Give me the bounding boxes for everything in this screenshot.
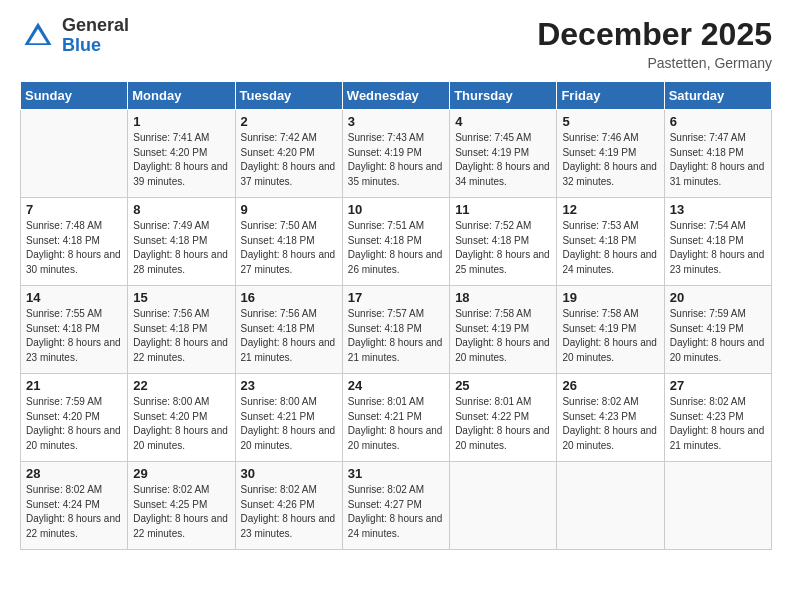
cell-content: Sunrise: 7:57 AMSunset: 4:18 PMDaylight:…	[348, 307, 444, 365]
cell-content: Sunrise: 7:55 AMSunset: 4:18 PMDaylight:…	[26, 307, 122, 365]
calendar-cell: 30Sunrise: 8:02 AMSunset: 4:26 PMDayligh…	[235, 462, 342, 550]
cell-content: Sunrise: 7:50 AMSunset: 4:18 PMDaylight:…	[241, 219, 337, 277]
day-number: 18	[455, 290, 551, 305]
day-number: 16	[241, 290, 337, 305]
weekday-header-saturday: Saturday	[664, 82, 771, 110]
day-number: 17	[348, 290, 444, 305]
cell-content: Sunrise: 7:51 AMSunset: 4:18 PMDaylight:…	[348, 219, 444, 277]
calendar-cell: 1Sunrise: 7:41 AMSunset: 4:20 PMDaylight…	[128, 110, 235, 198]
day-number: 24	[348, 378, 444, 393]
cell-content: Sunrise: 7:59 AMSunset: 4:19 PMDaylight:…	[670, 307, 766, 365]
calendar-cell: 13Sunrise: 7:54 AMSunset: 4:18 PMDayligh…	[664, 198, 771, 286]
cell-content: Sunrise: 7:41 AMSunset: 4:20 PMDaylight:…	[133, 131, 229, 189]
logo-text: General Blue	[62, 16, 129, 56]
calendar-week-row: 28Sunrise: 8:02 AMSunset: 4:24 PMDayligh…	[21, 462, 772, 550]
day-number: 5	[562, 114, 658, 129]
calendar-cell: 20Sunrise: 7:59 AMSunset: 4:19 PMDayligh…	[664, 286, 771, 374]
day-number: 27	[670, 378, 766, 393]
weekday-header-monday: Monday	[128, 82, 235, 110]
day-number: 29	[133, 466, 229, 481]
day-number: 13	[670, 202, 766, 217]
cell-content: Sunrise: 8:02 AMSunset: 4:23 PMDaylight:…	[670, 395, 766, 453]
cell-content: Sunrise: 7:45 AMSunset: 4:19 PMDaylight:…	[455, 131, 551, 189]
calendar-week-row: 21Sunrise: 7:59 AMSunset: 4:20 PMDayligh…	[21, 374, 772, 462]
weekday-header-thursday: Thursday	[450, 82, 557, 110]
calendar-table: SundayMondayTuesdayWednesdayThursdayFrid…	[20, 81, 772, 550]
calendar-cell: 28Sunrise: 8:02 AMSunset: 4:24 PMDayligh…	[21, 462, 128, 550]
calendar-cell: 19Sunrise: 7:58 AMSunset: 4:19 PMDayligh…	[557, 286, 664, 374]
weekday-header-tuesday: Tuesday	[235, 82, 342, 110]
day-number: 11	[455, 202, 551, 217]
cell-content: Sunrise: 7:43 AMSunset: 4:19 PMDaylight:…	[348, 131, 444, 189]
cell-content: Sunrise: 7:48 AMSunset: 4:18 PMDaylight:…	[26, 219, 122, 277]
cell-content: Sunrise: 8:01 AMSunset: 4:22 PMDaylight:…	[455, 395, 551, 453]
day-number: 19	[562, 290, 658, 305]
calendar-cell: 12Sunrise: 7:53 AMSunset: 4:18 PMDayligh…	[557, 198, 664, 286]
day-number: 23	[241, 378, 337, 393]
calendar-cell: 26Sunrise: 8:02 AMSunset: 4:23 PMDayligh…	[557, 374, 664, 462]
calendar-cell	[450, 462, 557, 550]
calendar-cell: 29Sunrise: 8:02 AMSunset: 4:25 PMDayligh…	[128, 462, 235, 550]
calendar-cell	[557, 462, 664, 550]
day-number: 7	[26, 202, 122, 217]
calendar-cell: 14Sunrise: 7:55 AMSunset: 4:18 PMDayligh…	[21, 286, 128, 374]
calendar-cell: 4Sunrise: 7:45 AMSunset: 4:19 PMDaylight…	[450, 110, 557, 198]
weekday-header-row: SundayMondayTuesdayWednesdayThursdayFrid…	[21, 82, 772, 110]
day-number: 10	[348, 202, 444, 217]
cell-content: Sunrise: 8:02 AMSunset: 4:24 PMDaylight:…	[26, 483, 122, 541]
day-number: 21	[26, 378, 122, 393]
day-number: 6	[670, 114, 766, 129]
day-number: 8	[133, 202, 229, 217]
day-number: 2	[241, 114, 337, 129]
cell-content: Sunrise: 7:42 AMSunset: 4:20 PMDaylight:…	[241, 131, 337, 189]
day-number: 22	[133, 378, 229, 393]
month-year: December 2025	[537, 16, 772, 53]
cell-content: Sunrise: 8:02 AMSunset: 4:25 PMDaylight:…	[133, 483, 229, 541]
day-number: 25	[455, 378, 551, 393]
weekday-header-wednesday: Wednesday	[342, 82, 449, 110]
day-number: 1	[133, 114, 229, 129]
calendar-cell: 7Sunrise: 7:48 AMSunset: 4:18 PMDaylight…	[21, 198, 128, 286]
calendar-cell: 5Sunrise: 7:46 AMSunset: 4:19 PMDaylight…	[557, 110, 664, 198]
calendar-cell: 27Sunrise: 8:02 AMSunset: 4:23 PMDayligh…	[664, 374, 771, 462]
calendar-cell: 9Sunrise: 7:50 AMSunset: 4:18 PMDaylight…	[235, 198, 342, 286]
cell-content: Sunrise: 8:01 AMSunset: 4:21 PMDaylight:…	[348, 395, 444, 453]
calendar-cell: 3Sunrise: 7:43 AMSunset: 4:19 PMDaylight…	[342, 110, 449, 198]
calendar-cell: 18Sunrise: 7:58 AMSunset: 4:19 PMDayligh…	[450, 286, 557, 374]
page-header: General Blue December 2025 Pastetten, Ge…	[20, 16, 772, 71]
cell-content: Sunrise: 8:00 AMSunset: 4:20 PMDaylight:…	[133, 395, 229, 453]
calendar-cell: 16Sunrise: 7:56 AMSunset: 4:18 PMDayligh…	[235, 286, 342, 374]
calendar-cell: 24Sunrise: 8:01 AMSunset: 4:21 PMDayligh…	[342, 374, 449, 462]
calendar-cell: 8Sunrise: 7:49 AMSunset: 4:18 PMDaylight…	[128, 198, 235, 286]
weekday-header-friday: Friday	[557, 82, 664, 110]
calendar-cell: 23Sunrise: 8:00 AMSunset: 4:21 PMDayligh…	[235, 374, 342, 462]
day-number: 9	[241, 202, 337, 217]
calendar-cell: 17Sunrise: 7:57 AMSunset: 4:18 PMDayligh…	[342, 286, 449, 374]
logo: General Blue	[20, 16, 129, 56]
day-number: 28	[26, 466, 122, 481]
calendar-week-row: 1Sunrise: 7:41 AMSunset: 4:20 PMDaylight…	[21, 110, 772, 198]
cell-content: Sunrise: 7:56 AMSunset: 4:18 PMDaylight:…	[241, 307, 337, 365]
calendar-cell: 25Sunrise: 8:01 AMSunset: 4:22 PMDayligh…	[450, 374, 557, 462]
day-number: 20	[670, 290, 766, 305]
cell-content: Sunrise: 7:53 AMSunset: 4:18 PMDaylight:…	[562, 219, 658, 277]
calendar-cell	[664, 462, 771, 550]
day-number: 30	[241, 466, 337, 481]
calendar-cell: 11Sunrise: 7:52 AMSunset: 4:18 PMDayligh…	[450, 198, 557, 286]
day-number: 15	[133, 290, 229, 305]
cell-content: Sunrise: 8:02 AMSunset: 4:23 PMDaylight:…	[562, 395, 658, 453]
weekday-header-sunday: Sunday	[21, 82, 128, 110]
location: Pastetten, Germany	[537, 55, 772, 71]
cell-content: Sunrise: 8:02 AMSunset: 4:27 PMDaylight:…	[348, 483, 444, 541]
day-number: 31	[348, 466, 444, 481]
cell-content: Sunrise: 7:49 AMSunset: 4:18 PMDaylight:…	[133, 219, 229, 277]
calendar-cell: 10Sunrise: 7:51 AMSunset: 4:18 PMDayligh…	[342, 198, 449, 286]
logo-icon	[20, 18, 56, 54]
cell-content: Sunrise: 7:58 AMSunset: 4:19 PMDaylight:…	[455, 307, 551, 365]
calendar-cell: 21Sunrise: 7:59 AMSunset: 4:20 PMDayligh…	[21, 374, 128, 462]
title-block: December 2025 Pastetten, Germany	[537, 16, 772, 71]
calendar-cell	[21, 110, 128, 198]
cell-content: Sunrise: 8:00 AMSunset: 4:21 PMDaylight:…	[241, 395, 337, 453]
cell-content: Sunrise: 7:47 AMSunset: 4:18 PMDaylight:…	[670, 131, 766, 189]
cell-content: Sunrise: 7:54 AMSunset: 4:18 PMDaylight:…	[670, 219, 766, 277]
